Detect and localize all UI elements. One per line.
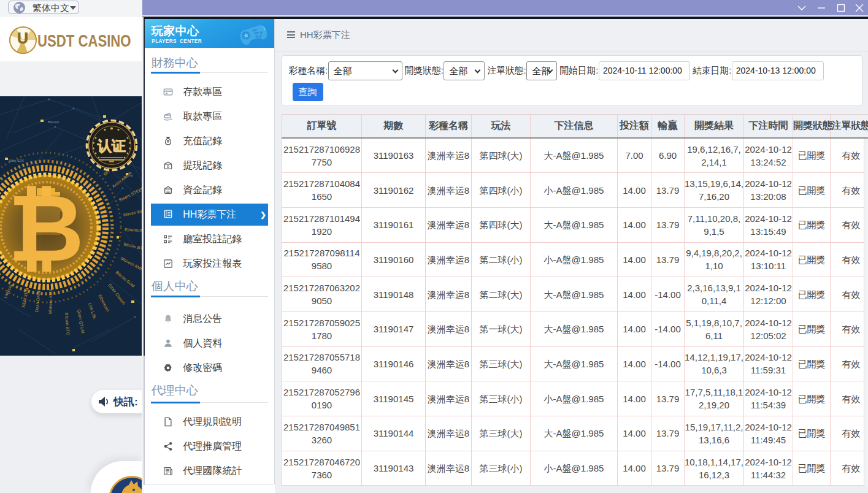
- svg-text:认证: 认证: [97, 138, 126, 154]
- svg-text:Ethereum: Ethereum: [125, 227, 142, 232]
- svg-text:₿: ₿: [8, 176, 84, 280]
- svg-text:Bitcoin: Bitcoin: [48, 120, 59, 124]
- svg-text:Monero XMR: Monero XMR: [48, 289, 53, 314]
- svg-text:Storj SJX: Storj SJX: [9, 159, 24, 162]
